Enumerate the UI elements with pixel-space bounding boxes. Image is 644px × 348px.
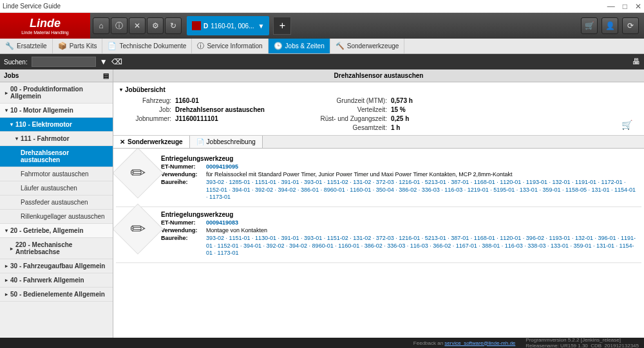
app-header: Linde Linde Material Handling ⌂ ⓘ ✕ ⚙ ↻ … bbox=[0, 13, 644, 39]
et-number[interactable]: 0009419095 bbox=[206, 163, 638, 170]
tree-item[interactable]: Fahrmotor austauschen bbox=[0, 167, 113, 181]
chevron-down-icon: ▾ bbox=[120, 87, 122, 93]
sidebar-header: Jobs ▤ bbox=[0, 69, 113, 82]
tree-item[interactable]: ▾10 - Motor Allgemein bbox=[0, 104, 113, 118]
overview-header[interactable]: ▾Jobübersicht bbox=[120, 86, 638, 93]
tree-item[interactable]: ▸40 - Fahrwerk Allgemein bbox=[0, 273, 113, 288]
expand-icon: ▸ bbox=[5, 90, 8, 96]
tree-item[interactable]: Passfeder austauschen bbox=[0, 196, 113, 210]
sync-icon[interactable]: ⟳ bbox=[622, 17, 639, 34]
series-list[interactable]: 393-02 · 1151-01 · 1130-01 · 391-01 · 39… bbox=[206, 235, 638, 257]
overview-row: Jobnummer:J11600111101 bbox=[120, 115, 265, 122]
series-list[interactable]: 393-02 · 1285-01 · 1151-01 · 391-01 · 39… bbox=[206, 179, 638, 201]
docs-icon: 📄 bbox=[108, 42, 117, 50]
sidebar: Jobs ▤ ▸00 - Produktinformation Allgemei… bbox=[0, 69, 113, 338]
chevron-down-icon: ▼ bbox=[258, 23, 265, 30]
info-icon: ⓘ bbox=[197, 41, 204, 51]
tool-icon: 🔨 bbox=[336, 42, 345, 50]
module-tabs: 🔧Ersatzteile 📦Parts Kits 📄Technische Dok… bbox=[0, 39, 644, 54]
overview-row: Verteilzeit:15 % bbox=[303, 106, 413, 113]
vehicle-tab[interactable]: D 1160-01, 006... ▼ bbox=[187, 16, 269, 35]
tree-item[interactable]: ▸220 - Mechanische Antriebsachse bbox=[0, 238, 113, 259]
overview-row: Gesamtzeit:1 h bbox=[303, 124, 413, 131]
info-icon[interactable]: ⓘ bbox=[111, 17, 128, 34]
clock-icon: 🕒 bbox=[274, 42, 283, 50]
cart-icon[interactable]: 🛒 bbox=[581, 17, 598, 34]
settings-icon[interactable]: ⚙ bbox=[147, 17, 164, 34]
tree-item[interactable]: Läufer austauschen bbox=[0, 181, 113, 196]
expand-icon: ▾ bbox=[10, 122, 13, 127]
search-input[interactable] bbox=[32, 57, 96, 67]
close-icon[interactable]: ✕ bbox=[635, 2, 641, 11]
tab-docs[interactable]: 📄Technische Dokumente bbox=[102, 39, 192, 53]
search-bar: Suchen: ▼ ⌫ 🖶 bbox=[0, 54, 644, 69]
parts-icon: 🔧 bbox=[5, 42, 14, 50]
tree-item[interactable]: ▾110 - Elektromotor bbox=[0, 118, 113, 132]
tool-name: Entriegelungswerkzeug bbox=[161, 155, 638, 162]
expand-icon: ▸ bbox=[10, 246, 13, 252]
expand-icon: ▸ bbox=[5, 277, 8, 283]
expand-icon: ▸ bbox=[5, 291, 8, 297]
window-title: Linde Service Guide bbox=[3, 3, 61, 10]
tool-item: ✎ Entriegelungswerkzeug ET-Nummer:000941… bbox=[116, 151, 641, 207]
maximize-icon[interactable]: □ bbox=[623, 2, 627, 11]
tree-item[interactable]: ▸00 - Produktinformation Allgemein bbox=[0, 82, 113, 104]
subtab-description[interactable]: 📄Jobbeschreibung bbox=[190, 136, 263, 148]
tree-item[interactable]: ▾111 - Fahrmotor bbox=[0, 132, 113, 146]
refresh-icon[interactable]: ↻ bbox=[165, 17, 182, 34]
tool-image: ✎ bbox=[113, 149, 164, 199]
tab-ersatzteile[interactable]: 🔧Ersatzteile bbox=[0, 39, 53, 53]
add-tab-button[interactable]: + bbox=[273, 17, 291, 35]
tree-item[interactable]: ▸50 - Bedienelemente Allgemein bbox=[0, 288, 113, 302]
tree-item[interactable]: ▸30 - Fahrzeugaufbau Allgemein bbox=[0, 259, 113, 273]
overview-row: Job:Drehzahlsensor austauschen bbox=[120, 106, 265, 113]
tools-icon[interactable]: ✕ bbox=[129, 17, 146, 34]
tool-image: ✎ bbox=[113, 203, 164, 254]
et-number[interactable]: 0009419083 bbox=[206, 219, 638, 226]
main-area: Jobs ▤ ▸00 - Produktinformation Allgemei… bbox=[0, 69, 644, 338]
content-subtabs: ✕Sonderwerkzeuge 📄Jobbeschreibung bbox=[113, 136, 644, 149]
header-toolbar: ⌂ ⓘ ✕ ⚙ ↻ bbox=[93, 17, 182, 34]
tab-partskits[interactable]: 📦Parts Kits bbox=[53, 39, 103, 53]
subtab-specialtools[interactable]: ✕Sonderwerkzeuge bbox=[113, 136, 190, 148]
user-icon[interactable]: 👤 bbox=[601, 17, 618, 34]
job-tree: ▸00 - Produktinformation Allgemein▾10 - … bbox=[0, 82, 113, 302]
overview-row: Rüst- und Zugangszeit:0,25 h bbox=[303, 115, 413, 122]
expand-icon: ▾ bbox=[5, 107, 8, 113]
window-controls: — □ ✕ bbox=[607, 2, 641, 11]
statusbar: Feedback an service_software@linde-mh.de… bbox=[0, 338, 644, 348]
clear-icon[interactable]: ⌫ bbox=[111, 57, 122, 66]
tool-item: ✎ Entriegelungswerkzeug ET-Nummer:000941… bbox=[116, 207, 641, 263]
content-panel: Drehzahlsensor austauschen ▾Jobübersicht… bbox=[113, 69, 644, 338]
content-title: Drehzahlsensor austauschen bbox=[113, 69, 644, 82]
collapse-icon[interactable]: ▤ bbox=[103, 72, 109, 79]
vehicle-type-icon bbox=[192, 21, 201, 30]
search-label: Suchen: bbox=[4, 59, 28, 66]
kits-icon: 📦 bbox=[58, 42, 67, 50]
overview-left: Fahrzeug:1160-01Job:Drehzahlsensor austa… bbox=[120, 97, 265, 131]
expand-icon: ▾ bbox=[5, 228, 8, 234]
minimize-icon[interactable]: — bbox=[607, 2, 615, 11]
tool-name: Entriegelungswerkzeug bbox=[161, 211, 638, 218]
tab-specialtools[interactable]: 🔨Sonderwerkzeuge bbox=[330, 39, 405, 53]
expand-icon: ▸ bbox=[5, 263, 8, 269]
tab-serviceinfo[interactable]: ⓘService Information bbox=[192, 39, 268, 53]
add-to-cart-icon[interactable]: 🛒 bbox=[621, 120, 632, 130]
window-titlebar: Linde Service Guide — □ ✕ bbox=[0, 0, 644, 13]
overview-right: Grundzeit (MTM):0,573 hVerteilzeit:15 %R… bbox=[303, 97, 413, 131]
overview-row: Grundzeit (MTM):0,573 h bbox=[303, 97, 413, 104]
tree-item[interactable]: Rillenkugellager austauschen bbox=[0, 210, 113, 224]
tab-jobs[interactable]: 🕒Jobs & Zeiten bbox=[269, 39, 330, 53]
overview-row: Fahrzeug:1160-01 bbox=[120, 97, 265, 104]
feedback-link[interactable]: service_software@linde-mh.de bbox=[444, 340, 515, 346]
tools-list: ✎ Entriegelungswerkzeug ET-Nummer:000941… bbox=[113, 149, 644, 338]
expand-icon: ▾ bbox=[15, 136, 18, 142]
header-right: 🛒 👤 ⟳ bbox=[581, 17, 644, 34]
tree-item[interactable]: ▾20 - Getriebe, Allgemein bbox=[0, 224, 113, 238]
tree-item[interactable]: Drehzahlsensor austauschen bbox=[0, 146, 113, 167]
doc-icon: 📄 bbox=[196, 138, 204, 145]
home-icon[interactable]: ⌂ bbox=[93, 17, 109, 34]
filter-icon[interactable]: ▼ bbox=[100, 57, 108, 66]
brand-logo: Linde Linde Material Handling bbox=[0, 13, 90, 39]
print-icon[interactable]: 🖶 bbox=[632, 57, 640, 66]
